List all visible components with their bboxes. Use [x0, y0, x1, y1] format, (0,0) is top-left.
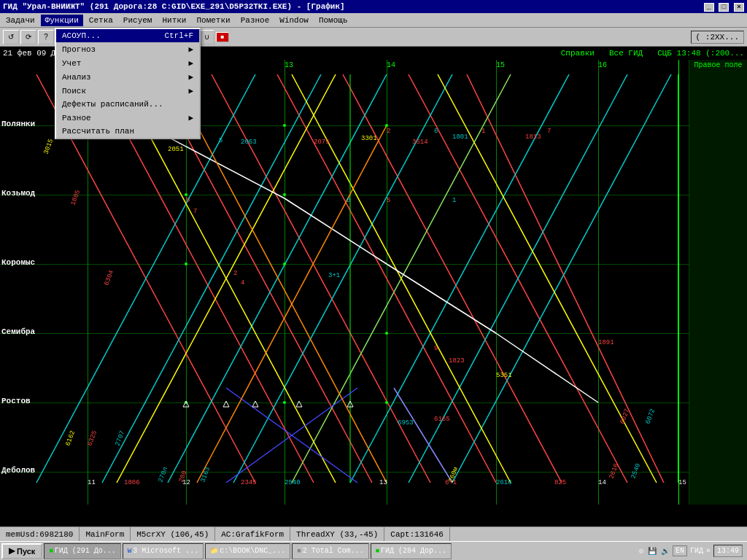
title-bar: ГИД "Урал-ВНИИЖТ" (291 Дорога:28 C:GID\E… [0, 0, 747, 13]
svg-text:9: 9 [186, 197, 190, 204]
svg-text:2: 2 [387, 128, 390, 135]
taskbar-item-microsoft[interactable]: W 3 Microsoft ... [123, 543, 204, 559]
taskbar-total-label: 2 Total Com... [303, 547, 364, 555]
dropdown-raznoe-label: Разное [62, 114, 91, 122]
svg-marker-69 [296, 401, 302, 407]
svg-point-60 [185, 262, 187, 265]
toolbar-reload-btn[interactable]: ⟳ [20, 30, 36, 44]
status-m5crxy: M5crXY (106,45) [131, 527, 215, 541]
svg-point-56 [283, 124, 286, 127]
svg-text:5: 5 [387, 197, 390, 204]
svg-text:3301: 3301 [361, 135, 377, 142]
menu-pometki[interactable]: Пометки [192, 15, 234, 26]
tray-lang[interactable]: EN [673, 545, 687, 556]
dropdown-plan[interactable]: Рассчитать план [56, 125, 199, 138]
menu-pomosch[interactable]: Помощь [314, 15, 352, 26]
title-controls: _ □ × [704, 2, 744, 12]
taskbar-item-gid291[interactable]: ■ ГИД (291 До... [44, 543, 120, 559]
svg-text:6165: 6165 [434, 416, 450, 423]
taskbar-gid284-label: ГИД (284 Дор... [381, 547, 446, 555]
toolbar-curve2-btn[interactable]: ∪ [198, 30, 214, 44]
dropdown-prognoz[interactable]: Прогноз ▶ [56, 42, 199, 56]
start-icon: ▶ [9, 546, 15, 556]
svg-text:260м: 260м [447, 466, 460, 483]
menu-window[interactable]: Window [275, 15, 313, 26]
menu-nitki[interactable]: Нитки [158, 15, 190, 26]
svg-text:2616: 2616 [496, 479, 512, 486]
svg-text:1891: 1891 [598, 339, 614, 346]
status-mainform: MainForm [80, 527, 131, 541]
info-spravki[interactable]: Справки [561, 49, 595, 58]
svg-text:2063: 2063 [241, 139, 257, 146]
menu-risuem[interactable]: Рисуем [119, 15, 157, 26]
svg-point-59 [283, 193, 286, 196]
tray-clock: 13:49 [713, 545, 743, 557]
menu-raznoe[interactable]: Разное [236, 15, 274, 26]
taskbar-gid291-label: ГИД (291 До... [55, 547, 116, 555]
taskbar-item-gid284[interactable]: ■ ГИД (284 Дор... [371, 543, 452, 559]
toolbar-refresh-btn[interactable]: ↺ [3, 30, 19, 44]
svg-text:1823: 1823 [449, 357, 465, 365]
svg-text:3163: 3163 [199, 466, 212, 483]
dropdown-asoup[interactable]: АСОУП... Ctrl+F [56, 29, 199, 42]
svg-text:1: 1 [452, 197, 456, 204]
svg-point-58 [185, 193, 187, 196]
menu-funkcii[interactable]: Функции [41, 15, 83, 26]
dropdown-raznoe[interactable]: Разное ▶ [56, 111, 199, 125]
menu-setka[interactable]: Сетка [85, 15, 117, 26]
svg-text:6072: 6072 [644, 408, 657, 425]
svg-text:15: 15 [678, 479, 686, 486]
dropdown-plan-label: Рассчитать план [62, 127, 134, 136]
dropdown-analiz-label: Анализ [62, 73, 91, 82]
menu-zadachi[interactable]: Задачи [1, 15, 39, 26]
svg-line-29 [496, 333, 598, 402]
svg-text:1806: 1806 [124, 479, 140, 486]
svg-line-7 [467, 74, 664, 483]
taskbar-book-label: c:\BOOK\DNC_... [220, 547, 285, 555]
svg-text:9: 9 [434, 345, 438, 352]
title-text: ГИД "Урал-ВНИИЖТ" (291 Дорога:28 C:GID\E… [3, 2, 345, 11]
svg-text:1801: 1801 [452, 133, 468, 141]
taskbar-gid284-icon: ■ [376, 548, 379, 555]
svg-text:4: 4 [241, 279, 244, 287]
close-btn[interactable]: × [734, 3, 744, 12]
toolbar-stop-btn[interactable]: ■ [216, 32, 229, 42]
svg-text:6953: 6953 [398, 419, 414, 427]
svg-text:2540: 2540 [630, 462, 642, 480]
maximize-btn[interactable]: □ [719, 3, 729, 12]
svg-text:2707: 2707 [114, 429, 126, 447]
svg-text:11: 11 [88, 479, 96, 486]
svg-text:3015: 3015 [42, 138, 55, 155]
toolbar-help-btn[interactable]: ? [38, 30, 54, 44]
svg-text:0: 0 [347, 197, 350, 204]
svg-point-65 [385, 401, 388, 404]
dropdown-defects-label: Дефекты расписаний... [62, 100, 163, 109]
dropdown-poisk[interactable]: Поиск ▶ [56, 84, 199, 98]
svg-text:3+1: 3+1 [328, 272, 340, 279]
svg-text:6325: 6325 [86, 429, 98, 447]
svg-text:2616: 2616 [608, 462, 620, 480]
svg-point-61 [283, 262, 286, 265]
tray-app[interactable]: ГИД [690, 547, 703, 555]
status-capt: Capt:131646 [384, 527, 450, 541]
svg-text:1813: 1813 [525, 133, 541, 141]
svg-marker-67 [223, 401, 229, 407]
dropdown-uchet-label: Учет [62, 59, 81, 68]
tray-arrows[interactable]: » [706, 547, 711, 555]
minimize-btn[interactable]: _ [704, 3, 714, 12]
dropdown-uchet[interactable]: Учет ▶ [56, 56, 199, 70]
info-vse-gid[interactable]: Все ГИД [609, 49, 643, 58]
dropdown-prognoz-label: Прогноз [62, 45, 96, 54]
svg-text:6: 6 [434, 128, 438, 135]
start-label: Пуск [17, 547, 35, 556]
dropdown-defects[interactable]: Дефекты расписаний... [56, 98, 199, 111]
svg-line-11 [233, 74, 452, 483]
taskbar-item-totalcom[interactable]: ■ 2 Total Com... [292, 543, 368, 559]
info-scb: СЦБ 13:48 (:200... [657, 49, 744, 58]
dropdown-menu: АСОУП... Ctrl+F Прогноз ▶ Учет ▶ Анализ … [55, 28, 201, 139]
dropdown-analiz[interactable]: Анализ ▶ [56, 70, 199, 84]
taskbar-item-book[interactable]: 📁 c:\BOOK\DNC_... [205, 543, 290, 559]
status-mem: memUsd:6982180 [0, 527, 80, 541]
start-button[interactable]: ▶ Пуск [1, 543, 42, 559]
dropdown-asoup-label: АСОУП... [62, 31, 101, 40]
